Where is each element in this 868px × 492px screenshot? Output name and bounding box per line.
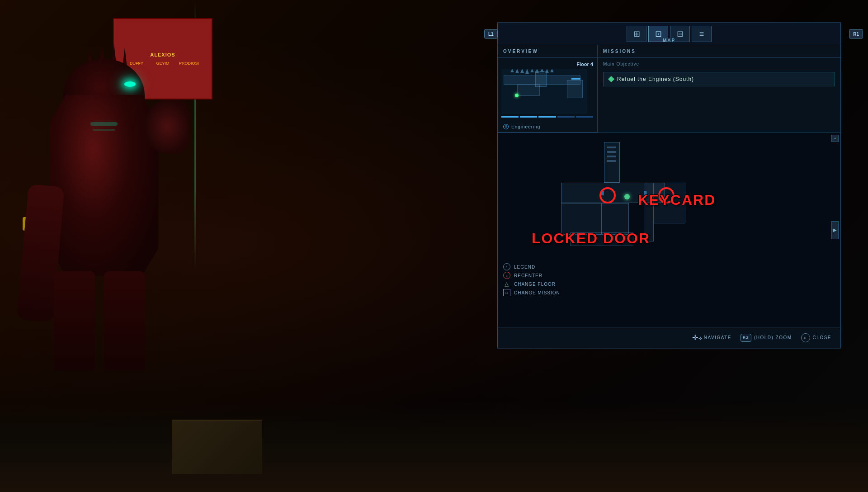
- missions-title: MISSIONS: [603, 49, 835, 54]
- engineering-text: Engineering: [511, 124, 540, 129]
- spine-tooth-1: [510, 69, 514, 72]
- legend-btn-circle-2[interactable]: ○: [503, 272, 510, 279]
- map-panel: L1 ⊞ ⊡ ⊟ ≡ MAP R1 OVERVIEW Floor 4: [497, 23, 841, 348]
- legend-text-legend: LEGEND: [514, 265, 535, 270]
- floor-label: Floor 4: [501, 62, 593, 67]
- tab-inventory[interactable]: ⊞: [627, 26, 646, 42]
- close-control: ○ CLOSE: [801, 333, 831, 342]
- engineering-label: ⚙ Engineering: [498, 121, 597, 132]
- objective-container: Main Objective: [598, 58, 840, 68]
- character: [0, 36, 235, 443]
- overview-missions-row: OVERVIEW Floor 4: [498, 45, 840, 133]
- missions-header: MISSIONS: [598, 45, 840, 58]
- spine-tooth-4: [525, 69, 529, 74]
- spine-tooth-8: [545, 69, 549, 73]
- overview-section: OVERVIEW Floor 4: [498, 45, 597, 132]
- legend-text-changemission: CHANGE MISSION: [514, 290, 560, 295]
- navigate-control: ✛ NAVIGATE: [692, 333, 731, 342]
- r2-button[interactable]: R2: [741, 334, 751, 342]
- controls-bar: ✛ NAVIGATE R2 (HOLD) ZOOM ○ CLOSE: [498, 327, 840, 348]
- character-torso: [50, 95, 158, 276]
- direction-arrow: [571, 78, 580, 80]
- legend-text-changefloor: CHANGE FLOOR: [514, 282, 556, 287]
- floor-bar-5: [576, 116, 593, 118]
- keycard-label: KEYCARD: [638, 192, 716, 208]
- stair-mark-2: [607, 151, 616, 153]
- locked-door-label: LOCKED DOOR: [532, 230, 650, 247]
- floor-preview: Floor 4: [498, 58, 597, 121]
- legend-item-changemission: □ CHANGE MISSION: [503, 289, 560, 296]
- map-scroll-right-btn[interactable]: ▶: [831, 221, 839, 239]
- map-scroll-top-btn[interactable]: +: [831, 135, 839, 142]
- zoom-control: R2 (HOLD) ZOOM: [741, 334, 792, 342]
- left-panel: OVERVIEW Floor 4: [498, 45, 840, 327]
- stair-mark-3: [607, 156, 616, 157]
- map-view-area: + ▶: [498, 133, 840, 327]
- mini-spine: [510, 69, 554, 74]
- stair-mark-1: [607, 147, 616, 148]
- mini-room-3: [517, 85, 540, 96]
- legend-item-changefloor: △ CHANGE FLOOR: [503, 280, 560, 288]
- close-circle-button[interactable]: ○: [801, 333, 810, 342]
- missions-section: MISSIONS Main Objective Refuel the Engin…: [598, 45, 840, 132]
- panel-content: OVERVIEW Floor 4: [498, 45, 840, 327]
- btn-r1[interactable]: R1: [849, 29, 863, 39]
- zoom-label: (HOLD) ZOOM: [754, 335, 792, 340]
- overview-title: OVERVIEW: [498, 45, 597, 58]
- locked-door-marker: [599, 187, 616, 203]
- map-tab-label: MAP: [663, 38, 675, 43]
- btn-l1[interactable]: L1: [484, 29, 498, 39]
- floor-map-preview: [501, 69, 587, 114]
- floor-bar-2: [520, 116, 537, 118]
- character-eye-glow: [124, 81, 136, 87]
- floor-bar-3: [538, 116, 556, 118]
- legend-text-recenter: RECENTER: [514, 273, 542, 278]
- chest-glow-2: [93, 129, 115, 131]
- stair-mark-4: [607, 160, 616, 162]
- legend-btn-square[interactable]: □: [503, 289, 510, 296]
- main-objective-label: Main Objective: [603, 62, 835, 66]
- spine-tooth-7: [540, 69, 544, 72]
- map-legend: ○ LEGEND ○ RECENTER △ CHANGE FLOOR: [498, 260, 566, 300]
- navigate-label: NAVIGATE: [704, 335, 731, 340]
- spine-tooth-3: [520, 69, 524, 73]
- objective-diamond-icon: [608, 76, 614, 82]
- navigate-icon: ✛: [692, 333, 701, 342]
- legend-item-recenter: ○ RECENTER: [503, 272, 560, 279]
- legend-btn-triangle[interactable]: △: [503, 280, 510, 288]
- mini-room-4: [567, 80, 583, 98]
- chest-glow: [90, 122, 118, 126]
- legend-btn-circle-1[interactable]: ○: [503, 263, 510, 270]
- tab-missions[interactable]: ≡: [692, 26, 712, 42]
- spine-tooth-5: [530, 69, 534, 72]
- foreground-desk: [172, 420, 262, 474]
- legend-item-legend: ○ LEGEND: [503, 263, 560, 270]
- character-shoulder: [145, 99, 190, 154]
- char-leg-left: [54, 271, 95, 371]
- location-bars: [501, 116, 593, 118]
- player-marker: [624, 194, 630, 199]
- mission-objective: Refuel the Engines (South): [603, 72, 835, 86]
- panel-tabs: L1 ⊞ ⊡ ⊟ ≡ MAP R1: [498, 23, 840, 45]
- player-position-dot: [515, 94, 519, 97]
- floor-bar-1: [501, 116, 519, 118]
- spine-tooth-9: [550, 69, 554, 72]
- floor-bar-4: [557, 116, 575, 118]
- spine-tooth-6: [535, 69, 539, 73]
- character-body: [23, 59, 194, 398]
- engineering-icon: ⚙: [503, 124, 509, 129]
- char-leg-right: [104, 271, 145, 371]
- spine-tooth-2: [515, 69, 519, 73]
- close-label: CLOSE: [813, 335, 831, 340]
- objective-text: Refuel the Engines (South): [617, 76, 694, 82]
